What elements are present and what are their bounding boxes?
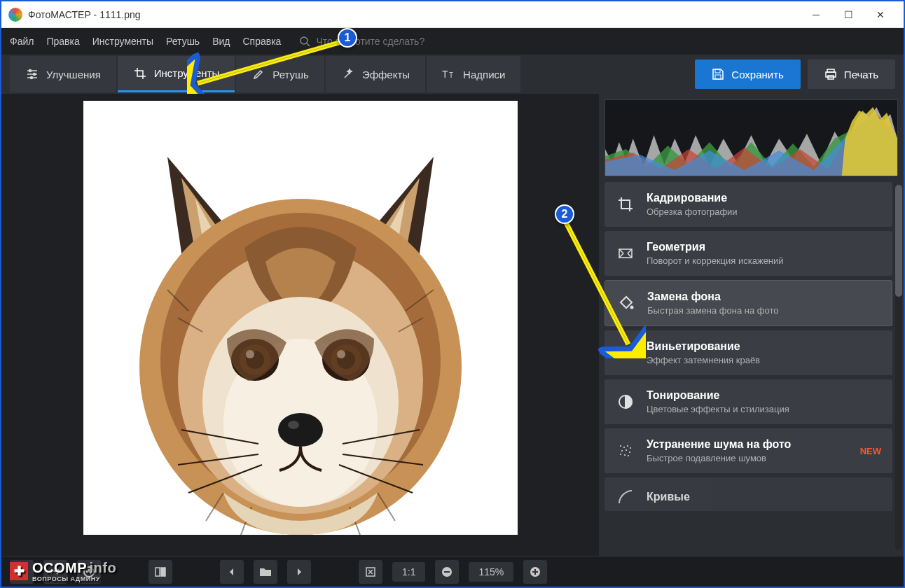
tab-label: Эффекты [362,69,410,80]
save-label: Сохранить [731,69,784,80]
sliders-icon [25,67,39,81]
statusbar: 1:1 115% [1,556,904,587]
svg-point-48 [620,445,621,447]
crop-icon [133,66,147,80]
print-icon [824,68,837,80]
watermark-icon: ✚ [10,562,28,580]
tool-title: Устранение шума на фото [647,438,791,451]
nav-prev-button[interactable] [220,560,244,584]
tool-list: Кадрирование Обрезка фотографии Геометри… [605,182,898,550]
tab-label: Надписи [463,69,505,80]
scrollbar-thumb[interactable] [895,185,902,297]
callout-2: 2 [555,204,574,224]
tool-title: Кадрирование [647,192,738,204]
callout-1: 1 [338,28,357,48]
canvas-area[interactable] [1,94,599,556]
tool-geometry[interactable]: Геометрия Поворот и коррекция искажений [605,231,892,276]
new-badge: NEW [860,446,881,456]
svg-point-50 [627,445,628,447]
svg-point-56 [624,454,626,456]
svg-point-49 [623,447,625,448]
svg-text:T: T [442,69,448,80]
tool-desc: Эффект затемнения краёв [647,355,760,365]
svg-point-5 [29,70,32,72]
maximize-button[interactable]: ☐ [832,4,864,25]
menubar: Файл Правка Инструменты Ретушь Вид Справ… [1,28,904,55]
tool-desc: Обрезка фотографии [647,206,738,217]
watermark-domain: OCOMP [32,560,85,575]
svg-point-53 [626,449,627,451]
svg-rect-66 [534,569,536,575]
svg-rect-11 [715,75,721,79]
histogram [605,99,898,176]
svg-point-36 [288,421,299,429]
tool-title: Замена фона [647,290,778,303]
print-button[interactable]: Печать [808,59,895,89]
svg-rect-63 [444,571,450,573]
tool-vignette[interactable]: Виньетирование Эффект затемнения краёв [605,330,892,375]
fit-screen-button[interactable] [359,560,382,584]
svg-line-70 [566,223,628,344]
svg-point-57 [628,455,629,456]
canvas-image [83,101,518,535]
menu-edit[interactable]: Правка [46,36,79,47]
tab-text[interactable]: TT Надписи [427,56,520,92]
zoom-value[interactable]: 115% [469,562,513,582]
tool-noise[interactable]: Устранение шума на фото Быстрое подавлен… [605,428,892,473]
svg-text:T: T [449,71,453,79]
svg-rect-59 [156,568,160,576]
arrow-1 [187,38,348,94]
titlebar: ФотоМАСТЕР - 1111.png ─ ☐ ✕ [1,1,904,28]
tool-title: Тонирование [647,389,789,402]
tool-desc: Цветовые эффекты и стилизация [647,404,789,414]
watermark: ✚ OCOMP.info ВОПРОСЫ АДМИНУ [10,560,116,582]
save-button[interactable]: Сохранить [695,59,801,89]
crop-icon [616,195,635,214]
noise-icon [616,441,635,461]
svg-point-51 [630,447,631,449]
tone-icon [616,392,635,412]
tool-title: Кривые [647,491,690,503]
watermark-sub: ВОПРОСЫ АДМИНУ [32,576,116,582]
compare-button[interactable] [148,560,172,584]
minimize-button[interactable]: ─ [800,4,832,25]
tool-title: Виньетирование [647,340,760,353]
window-title: ФотоМАСТЕР - 1111.png [28,9,141,20]
menu-file[interactable]: Файл [10,36,34,47]
open-folder-button[interactable] [254,560,277,584]
tool-desc: Быстрая замена фона на фото [647,305,778,316]
tab-label: Улучшения [46,69,101,80]
svg-rect-13 [826,72,836,77]
zoom-in-button[interactable] [523,560,547,584]
svg-point-7 [31,77,33,79]
print-label: Печать [844,69,878,80]
close-button[interactable]: ✕ [864,4,897,25]
arrow-2 [562,218,646,358]
zoom-out-button[interactable] [435,560,459,584]
svg-rect-60 [161,568,165,576]
svg-point-35 [278,413,323,447]
tab-enhancements[interactable]: Улучшения [10,56,116,92]
text-icon: TT [442,67,456,81]
tool-crop[interactable]: Кадрирование Обрезка фотографии [605,182,892,227]
nav-next-button[interactable] [287,560,311,584]
aspect-ratio[interactable]: 1:1 [392,562,425,582]
watermark-tld: .info [85,560,116,575]
tool-tone[interactable]: Тонирование Цветовые эффекты и стилизаци… [605,379,892,424]
curves-icon [616,487,635,507]
tool-desc: Быстрое подавление шумов [647,453,791,463]
tool-curves[interactable]: Кривые [605,477,892,511]
svg-point-6 [34,74,36,76]
menu-tools[interactable]: Инструменты [92,36,153,47]
save-icon [712,68,724,80]
tool-desc: Поворот и коррекция искажений [647,255,784,266]
tool-title: Геометрия [647,241,784,253]
toolbar: Улучшения Инструменты Ретушь Эффекты TT … [1,55,904,94]
svg-line-68 [198,42,341,83]
svg-point-52 [621,450,623,451]
tool-background-replace[interactable]: Замена фона Быстрая замена фона на фото [605,280,892,326]
app-icon [8,8,22,22]
svg-point-54 [629,451,630,453]
svg-point-55 [620,454,621,455]
